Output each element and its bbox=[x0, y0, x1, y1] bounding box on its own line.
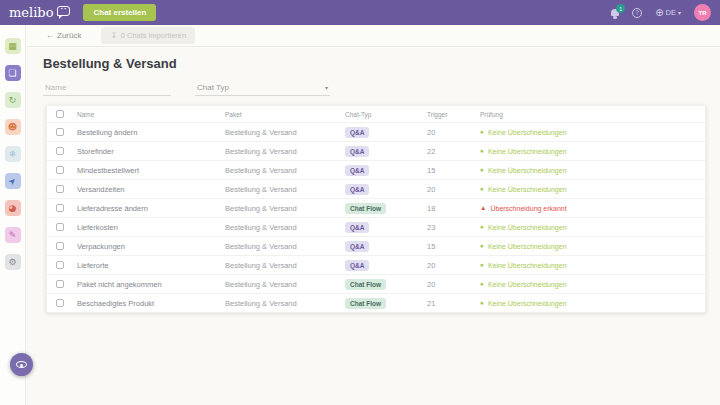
row-trigger: 15 bbox=[427, 242, 480, 251]
row-paket: Bestellung & Versand bbox=[225, 299, 345, 308]
row-paket: Bestellung & Versand bbox=[225, 147, 345, 156]
chats-table: Name Paket Chat-Typ Trigger Prüfung Best… bbox=[46, 105, 706, 313]
column-header-paket: Paket bbox=[225, 111, 345, 118]
row-paket: Bestellung & Versand bbox=[225, 166, 345, 175]
sidebar-item-creator[interactable]: ✎ bbox=[5, 227, 21, 243]
chat-typ-badge: Q&A bbox=[345, 127, 369, 138]
language-selector[interactable]: ⊕ DE ▾ bbox=[655, 8, 681, 18]
row-paket: Bestellung & Versand bbox=[225, 185, 345, 194]
filters: Chat Typ ▾ bbox=[43, 80, 720, 96]
status-badge: ● Keine Überschneidungen bbox=[480, 281, 705, 288]
status-icon: ● bbox=[480, 281, 484, 288]
back-link[interactable]: ← Zurück bbox=[46, 31, 81, 40]
sidebar-item-integrations[interactable]: ❄ bbox=[5, 146, 21, 162]
row-checkbox[interactable] bbox=[56, 128, 64, 136]
row-name: Versandzeiten bbox=[77, 185, 225, 194]
page-title: Bestellung & Versand bbox=[43, 56, 720, 71]
column-header-chat-typ: Chat-Typ bbox=[345, 111, 427, 118]
sidebar: ▦❏↻☻❄➤◕✎⚙ bbox=[0, 25, 26, 405]
sidebar-item-statistics[interactable]: ◕ bbox=[5, 200, 21, 216]
row-checkbox[interactable] bbox=[56, 299, 64, 307]
row-trigger: 20 bbox=[427, 280, 480, 289]
row-checkbox[interactable] bbox=[56, 204, 64, 212]
status-icon: ● bbox=[480, 167, 484, 174]
chat-typ-badge: Chat Flow bbox=[345, 279, 386, 290]
status-label: Keine Überschneidungen bbox=[488, 281, 567, 288]
row-name: Beschaedigtes Produkt bbox=[77, 299, 225, 308]
sidebar-item-launch[interactable]: ➤ bbox=[5, 173, 21, 189]
row-trigger: 15 bbox=[427, 166, 480, 175]
table-row[interactable]: Verpackungen Bestellung & Versand Q&A 15… bbox=[47, 236, 705, 255]
chat-typ-badge: Q&A bbox=[345, 241, 369, 252]
row-paket: Bestellung & Versand bbox=[225, 204, 345, 213]
help-button[interactable]: ? bbox=[632, 8, 642, 18]
app-logo-text: melibo bbox=[9, 5, 53, 20]
chevron-down-icon: ▾ bbox=[325, 84, 328, 91]
globe-icon: ⊕ bbox=[655, 8, 663, 18]
sidebar-item-dashboard[interactable]: ▦ bbox=[5, 38, 21, 54]
import-chats-button[interactable]: ↧ 0 Chats importieren bbox=[101, 27, 195, 44]
creator-icon: ✎ bbox=[9, 231, 17, 240]
row-trigger: 20 bbox=[427, 261, 480, 270]
chat-typ-filter[interactable]: Chat Typ ▾ bbox=[195, 80, 330, 96]
row-checkbox[interactable] bbox=[56, 166, 64, 174]
row-name: Lieferadresse ändern bbox=[77, 204, 225, 213]
chat-typ-badge: Chat Flow bbox=[345, 203, 386, 214]
back-label: Zurück bbox=[57, 31, 81, 40]
app-logo[interactable]: melibo bbox=[9, 5, 70, 20]
row-checkbox[interactable] bbox=[56, 185, 64, 193]
column-header-pruefung: Prüfung bbox=[480, 111, 705, 118]
back-arrow-icon: ← bbox=[46, 31, 54, 40]
status-badge: ● Keine Überschneidungen bbox=[480, 186, 705, 193]
chat-typ-badge: Q&A bbox=[345, 165, 369, 176]
table-row[interactable]: Lieferkosten Bestellung & Versand Q&A 23… bbox=[47, 217, 705, 236]
main-content: ← Zurück ↧ 0 Chats importieren Bestellun… bbox=[26, 25, 720, 405]
table-row[interactable]: Versandzeiten Bestellung & Versand Q&A 2… bbox=[47, 179, 705, 198]
table-row[interactable]: Lieferorte Bestellung & Versand Q&A 20 ●… bbox=[47, 255, 705, 274]
chat-typ-badge: Q&A bbox=[345, 184, 369, 195]
import-icon: ↧ bbox=[110, 31, 116, 40]
create-chat-button[interactable]: Chat erstellen bbox=[83, 4, 156, 21]
status-icon: ● bbox=[480, 224, 484, 231]
chat-typ-badge: Q&A bbox=[345, 146, 369, 157]
toolbar: ← Zurück ↧ 0 Chats importieren bbox=[26, 25, 720, 47]
row-name: Mindestbestellwert bbox=[77, 166, 225, 175]
table-row[interactable]: Bestellung ändern Bestellung & Versand Q… bbox=[47, 122, 705, 141]
avatar[interactable]: TR bbox=[694, 4, 711, 21]
select-all-checkbox[interactable] bbox=[56, 110, 64, 118]
row-paket: Bestellung & Versand bbox=[225, 242, 345, 251]
row-checkbox[interactable] bbox=[56, 223, 64, 231]
header-actions: 1 ? ⊕ DE ▾ TR bbox=[611, 4, 711, 21]
chevron-down-icon: ▾ bbox=[678, 9, 681, 16]
status-label: Keine Überschneidungen bbox=[488, 243, 567, 250]
status-label: Keine Überschneidungen bbox=[488, 224, 567, 231]
row-trigger: 18 bbox=[427, 204, 480, 213]
row-name: Bestellung ändern bbox=[77, 128, 225, 137]
name-filter-input[interactable] bbox=[43, 80, 171, 96]
table-row[interactable]: Paket nicht angekommen Bestellung & Vers… bbox=[47, 274, 705, 293]
table-row[interactable]: Storefinder Bestellung & Versand Q&A 22 … bbox=[47, 141, 705, 160]
status-badge: ● Keine Überschneidungen bbox=[480, 148, 705, 155]
row-checkbox[interactable] bbox=[56, 242, 64, 250]
notifications-button[interactable]: 1 bbox=[611, 9, 619, 16]
row-checkbox[interactable] bbox=[56, 280, 64, 288]
row-name: Storefinder bbox=[77, 147, 225, 156]
table-row[interactable]: Lieferadresse ändern Bestellung & Versan… bbox=[47, 198, 705, 217]
status-badge: ● Keine Überschneidungen bbox=[480, 300, 705, 307]
row-paket: Bestellung & Versand bbox=[225, 280, 345, 289]
preview-bot-button[interactable] bbox=[10, 353, 33, 376]
row-name: Verpackungen bbox=[77, 242, 225, 251]
import-label: 0 Chats importieren bbox=[121, 31, 186, 40]
sidebar-item-training[interactable]: ↻ bbox=[5, 92, 21, 108]
statistics-icon: ◕ bbox=[9, 204, 17, 213]
table-row[interactable]: Beschaedigtes Produkt Bestellung & Versa… bbox=[47, 293, 705, 312]
status-label: Keine Überschneidungen bbox=[488, 186, 567, 193]
sidebar-item-chats[interactable]: ❏ bbox=[5, 65, 21, 81]
row-checkbox[interactable] bbox=[56, 147, 64, 155]
sidebar-item-settings[interactable]: ⚙ bbox=[5, 254, 21, 270]
chat-typ-badge: Q&A bbox=[345, 260, 369, 271]
row-trigger: 23 bbox=[427, 223, 480, 232]
table-row[interactable]: Mindestbestellwert Bestellung & Versand … bbox=[47, 160, 705, 179]
sidebar-item-team[interactable]: ☻ bbox=[5, 119, 21, 135]
row-checkbox[interactable] bbox=[56, 261, 64, 269]
